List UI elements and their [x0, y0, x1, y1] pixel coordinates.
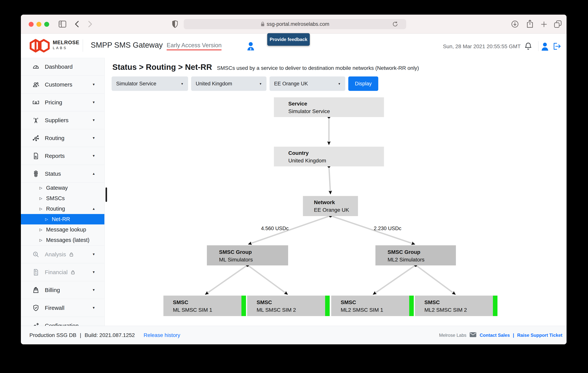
chevron-down-icon: ▼ [92, 83, 95, 86]
brand-wordmark: MELROSE LABS [53, 40, 80, 50]
forward-icon[interactable] [87, 20, 93, 28]
url-text: ssg-portal.melroselabs.com [267, 21, 329, 27]
node-type-label: Network [314, 200, 358, 205]
sidebar-item-status-routing[interactable]: ▷ Routing ▲ [21, 204, 105, 214]
sidebar-item-analysis[interactable]: $ Analysis ▼ [21, 246, 105, 263]
header-divider [83, 39, 83, 52]
address-bar[interactable]: ssg-portal.melroselabs.com [184, 19, 406, 29]
sub-arrow-icon: ▷ [40, 238, 42, 242]
sidebar-item-label: Routing [46, 206, 65, 212]
sidebar-item-billing[interactable]: Billing ▼ [21, 281, 105, 299]
release-history-link[interactable]: Release history [144, 332, 180, 338]
node-name-label: ML SMSC SIM 1 [173, 307, 246, 313]
raise-support-ticket-link[interactable]: Raise Support Ticket [517, 332, 562, 338]
node-name-label: ML Simulators [219, 257, 288, 262]
sidebar-item-reports[interactable]: Reports ▼ [21, 147, 105, 165]
logout-icon[interactable] [553, 42, 561, 52]
downloads-icon[interactable] [511, 20, 519, 28]
node-type-label: SMSC Group [219, 249, 288, 255]
sidebar-item-message-lookup[interactable]: ▷ Message lookup [21, 224, 105, 235]
diagram-node-network[interactable]: Network EE Orange UK [303, 196, 358, 216]
sidebar-item-configuration[interactable]: Configuration [21, 317, 105, 326]
sidebar-item-label: Financial [45, 269, 68, 276]
node-type-label: Service [288, 101, 384, 106]
sidebar-item-label: Customers [45, 81, 72, 88]
diagram-node-smsc-ml2-sim2[interactable]: SMSC ML2 SMSC SIM 2 [415, 296, 497, 316]
reload-icon[interactable] [392, 21, 399, 28]
chevron-down-icon: ▼ [92, 306, 95, 310]
scrollbar-thumb[interactable] [105, 187, 107, 202]
melrose-labs-logo-icon[interactable] [29, 37, 50, 55]
chevron-down-icon: ▼ [92, 136, 95, 140]
new-tab-icon[interactable] [540, 21, 548, 28]
footer-bar: Production SSG DB | Build: 2021.087.1252… [21, 326, 567, 344]
chevron-down-icon: ▼ [92, 101, 95, 104]
node-name-label: United Kingdom [288, 158, 384, 163]
user-status-icon[interactable] [247, 41, 255, 52]
diagram-node-smsc-group-ml2[interactable]: SMSC Group ML2 Simulators [375, 245, 456, 265]
sidebar-item-label: Net-RR [52, 216, 70, 222]
sub-arrow-icon: ▷ [40, 196, 42, 201]
share-icon[interactable] [526, 19, 534, 29]
node-type-label: SMSC Group [388, 249, 456, 255]
tab-overview-icon[interactable] [554, 20, 562, 29]
environment-label: Production SSG DB [29, 332, 76, 338]
node-name-label: ML2 SMSC SIM 2 [424, 307, 497, 313]
ssl-lock-icon [261, 21, 265, 27]
sidebar-item-suppliers[interactable]: Suppliers ▼ [21, 111, 105, 129]
notifications-bell-icon[interactable] [524, 42, 532, 52]
banknote-icon [32, 99, 40, 106]
minimize-window-button[interactable] [36, 22, 41, 27]
diagram-node-smsc-ml2-sim1[interactable]: SMSC ML2 SMSC SIM 1 [331, 296, 414, 316]
browser-toolbar: ssg-portal.melroselabs.com [21, 15, 567, 34]
sidebar-item-financial[interactable]: $ Financial ▼ [21, 263, 105, 281]
sidebar-toggle-icon[interactable] [58, 20, 67, 28]
contact-sales-link[interactable]: Contact Sales [480, 332, 510, 338]
status-green-bar [493, 296, 497, 316]
sidebar-item-smscs[interactable]: ▷ SMSCs [21, 193, 105, 204]
gauge-icon [32, 63, 40, 70]
sidebar-item-label: Message lookup [46, 227, 86, 233]
svg-text:$: $ [35, 252, 36, 255]
sidebar-item-firewall[interactable]: Firewall ▼ [21, 299, 105, 317]
node-type-label: Country [288, 150, 384, 156]
chevron-down-icon: ▼ [92, 154, 95, 158]
sidebar-item-label: Analysis [45, 251, 66, 258]
magnifier-dollar-icon: $ [32, 251, 40, 258]
sidebar-item-messages-latest[interactable]: ▷ Messages (latest) [21, 235, 105, 245]
sidebar-item-status[interactable]: Status ▲ [21, 165, 105, 183]
node-name-label: ML2 SMSC SIM 1 [341, 307, 414, 313]
diagram-node-smsc-ml-sim2[interactable]: SMSC ML SMSC SIM 2 [247, 296, 330, 316]
diagram-node-service[interactable]: Service Simulator Service [274, 97, 384, 117]
brand-name: MELROSE [53, 40, 80, 45]
account-icon[interactable] [541, 41, 549, 52]
page-title: SMPP SMS Gateway [91, 41, 163, 49]
version-label: Early Access Version [167, 42, 221, 50]
sidebar-nav: Dashboard Customers ▼ Pricing ▼ [21, 58, 105, 326]
sidebar-item-net-rr-selected[interactable]: ▷ Net-RR [21, 214, 105, 224]
sidebar-item-gateway[interactable]: ▷ Gateway [21, 183, 105, 193]
diagram-node-smsc-ml-sim1[interactable]: SMSC ML SMSC SIM 1 [163, 296, 246, 316]
sidebar-item-customers[interactable]: Customers ▼ [21, 76, 105, 93]
diagram-node-smsc-group-ml[interactable]: SMSC Group ML Simulators [207, 245, 288, 265]
sub-arrow-icon: ▷ [40, 186, 42, 190]
footer-link-separator: | [513, 332, 514, 338]
provide-feedback-button[interactable]: Provide feedback [267, 33, 310, 46]
node-type-label: SMSC [257, 300, 330, 305]
antenna-icon [32, 117, 40, 124]
report-icon [32, 152, 40, 160]
privacy-shield-icon[interactable] [172, 20, 178, 29]
sidebar-item-dashboard[interactable]: Dashboard [21, 58, 105, 76]
sidebar-item-routing[interactable]: Routing ▼ [21, 129, 105, 147]
diagram-node-country[interactable]: Country United Kingdom [274, 147, 384, 166]
close-window-button[interactable] [29, 22, 34, 27]
node-name-label: EE Orange UK [314, 207, 358, 213]
sidebar-item-label: SMSCs [46, 195, 65, 201]
node-type-label: SMSC [424, 300, 497, 305]
back-icon[interactable] [74, 20, 80, 28]
chevron-up-icon: ▲ [92, 172, 95, 176]
sidebar-item-pricing[interactable]: Pricing ▼ [21, 93, 105, 111]
zoom-window-button[interactable] [44, 22, 49, 27]
chevron-down-icon: ▼ [92, 288, 95, 292]
status-green-bar [325, 296, 330, 316]
